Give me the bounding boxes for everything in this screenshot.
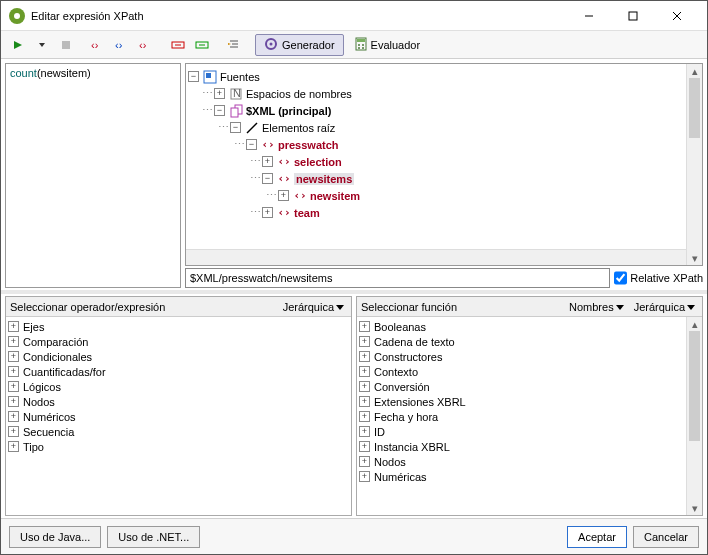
tree-newsitems[interactable]: newsitems [294,173,354,185]
list-item[interactable]: +Ejes [8,319,349,334]
list-item[interactable]: +Instancia XBRL [359,439,700,454]
list-item[interactable]: +Extensiones XBRL [359,394,700,409]
list-item[interactable]: +Fecha y hora [359,409,700,424]
expand-icon[interactable]: + [8,381,19,392]
expand-icon[interactable]: + [359,321,370,332]
operator-list[interactable]: +Ejes+Comparación+Condicionales+Cuantifi… [6,317,351,515]
list-item[interactable]: +Numéricos [8,409,349,424]
list-item[interactable]: +Condicionales [8,349,349,364]
list-item[interactable]: +Contexto [359,364,700,379]
collapse-icon[interactable]: − [262,173,273,184]
chevron-down-icon [616,303,624,311]
minimize-button[interactable] [567,2,611,30]
relative-xpath-checkbox[interactable]: Relative XPath [614,268,703,288]
chevron-down-icon [687,303,695,311]
collapse-icon[interactable]: − [188,71,199,82]
tab-evaluator[interactable]: Evaluador [346,34,430,56]
list-item[interactable]: +Cadena de texto [359,334,700,349]
list-item[interactable]: +Comparación [8,334,349,349]
expand-icon[interactable]: + [8,396,19,407]
expand-icon[interactable]: + [278,190,289,201]
expand-icon[interactable]: + [359,456,370,467]
xpath-editor[interactable]: count(newsitem) [5,63,181,288]
expand-icon[interactable]: + [8,336,19,347]
expand-icon[interactable]: + [359,351,370,362]
box-green-icon[interactable] [191,34,213,56]
expand-icon[interactable]: + [8,366,19,377]
function-list[interactable]: ▴▾ +Booleanas+Cadena de texto+Constructo… [357,317,702,515]
svg-marker-17 [228,43,231,45]
ok-button[interactable]: Aceptar [567,526,627,548]
upper-area: count(newsitem) −Fuentes ⋯+NEspacios de … [1,59,707,294]
svg-point-19 [270,42,273,45]
expand-icon[interactable]: + [359,411,370,422]
list-item[interactable]: +Numéricas [359,469,700,484]
svg-text:‹›: ‹› [139,39,147,51]
list-item[interactable]: +ID [359,424,700,439]
expand-icon[interactable]: + [214,88,225,99]
svg-marker-35 [687,305,695,310]
svg-rect-21 [357,39,365,42]
collapse-icon[interactable]: − [230,122,241,133]
operator-panel: Seleccionar operador/expresión Jerárquic… [5,296,352,516]
maximize-button[interactable] [611,2,655,30]
expand-icon[interactable]: + [359,381,370,392]
expand-icon[interactable]: + [359,396,370,407]
list-item-label: Comparación [23,336,88,348]
expand-icon[interactable]: + [359,441,370,452]
tree-vscroll[interactable]: ▴▾ [686,64,702,265]
list-item-label: Condicionales [23,351,92,363]
toolbar: ‹› ‹› ‹› Generador Evaluador [1,31,707,59]
indent-icon[interactable] [223,34,245,56]
expand-icon[interactable]: + [8,321,19,332]
list-item[interactable]: +Lógicos [8,379,349,394]
list-item[interactable]: +Tipo [8,439,349,454]
operator-mode-dropdown[interactable]: Jerárquica [280,301,347,313]
svg-rect-27 [206,73,211,78]
expand-icon[interactable]: + [8,426,19,437]
cancel-button[interactable]: Cancelar [633,526,699,548]
list-item[interactable]: +Nodos [8,394,349,409]
tab-generator[interactable]: Generador [255,34,344,56]
expand-icon[interactable]: + [359,426,370,437]
list-item[interactable]: +Conversión [359,379,700,394]
tag-red2-icon[interactable]: ‹› [135,34,157,56]
xpath-path-input[interactable] [185,268,610,288]
tag-red-icon[interactable]: ‹› [87,34,109,56]
tag-blue-icon[interactable]: ‹› [111,34,133,56]
close-button[interactable] [655,2,699,30]
svg-marker-34 [616,305,624,310]
java-usage-button[interactable]: Uso de Java... [9,526,101,548]
tree-hscroll[interactable] [186,249,686,265]
list-item[interactable]: +Booleanas [359,319,700,334]
expand-icon[interactable]: + [8,351,19,362]
function-names-dropdown[interactable]: Nombres [566,301,627,313]
expand-icon[interactable]: + [262,207,273,218]
function-mode-dropdown[interactable]: Jerárquica [631,301,698,313]
run-button[interactable] [7,34,29,56]
run-dropdown[interactable] [31,34,53,56]
list-item[interactable]: +Cuantificadas/for [8,364,349,379]
list-item[interactable]: +Constructores [359,349,700,364]
app-icon [9,8,25,24]
schema-tree[interactable]: −Fuentes ⋯+NEspacios de nombres ⋯−$XML (… [185,63,703,266]
expand-icon[interactable]: + [359,471,370,482]
expand-icon[interactable]: + [359,336,370,347]
list-item-label: Secuencia [23,426,74,438]
expand-icon[interactable]: + [8,411,19,422]
tab-generator-label: Generador [282,39,335,51]
collapse-icon[interactable]: − [214,105,225,116]
collapse-icon[interactable]: − [246,139,257,150]
box-red-icon[interactable] [167,34,189,56]
root-icon [245,121,259,135]
list-item[interactable]: +Secuencia [8,424,349,439]
dotnet-usage-button[interactable]: Uso de .NET... [107,526,200,548]
list-item[interactable]: +Nodos [359,454,700,469]
stop-button[interactable] [55,34,77,56]
expand-icon[interactable]: + [262,156,273,167]
function-vscroll[interactable]: ▴▾ [686,317,702,515]
svg-text:N: N [233,88,241,99]
expand-icon[interactable]: + [8,441,19,452]
expand-icon[interactable]: + [359,366,370,377]
tree-rootels: Elementos raíz [262,122,335,134]
